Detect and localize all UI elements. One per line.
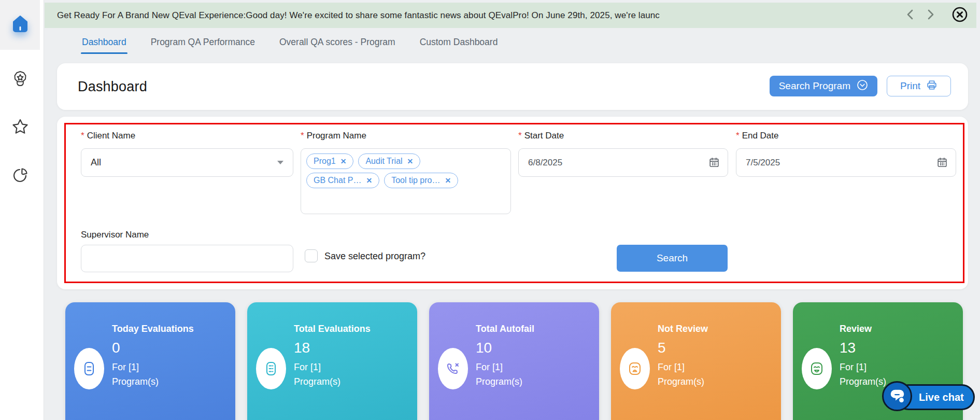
save-program-label: Save selected program? — [324, 250, 425, 263]
evaluation-note-icon — [256, 348, 286, 389]
chat-bubble-icon[interactable] — [882, 381, 912, 411]
print-button[interactable]: Print — [887, 76, 951, 96]
star-icon — [11, 118, 30, 138]
printer-icon — [926, 79, 938, 93]
evaluation-note-icon — [74, 348, 104, 389]
stat-card-total-autofail[interactable]: Total Autofail 10 For [1] Program(s) — [429, 302, 599, 420]
qeval-dashboard-app: Get Ready For A Brand New QEval Experien… — [0, 0, 980, 420]
required-asterisk: * — [518, 131, 522, 141]
stat-title: Review — [840, 323, 922, 335]
stat-line2: Program(s) — [112, 376, 229, 387]
client-name-select[interactable]: All — [81, 148, 293, 177]
required-asterisk: * — [81, 131, 84, 141]
stat-title: Today Evaluations — [112, 323, 195, 335]
supervisor-name-input[interactable] — [81, 245, 293, 272]
stat-title: Total Autofail — [476, 323, 559, 335]
stat-line1: For [1] — [112, 362, 229, 373]
program-tag[interactable]: Audit Trial ✕ — [358, 153, 420, 169]
stat-line1: For [1] — [840, 362, 957, 373]
tag-row: Prog1 ✕ Audit Trial ✕ — [306, 153, 505, 169]
stat-card-body: Total Evaluations 18 For [1] Program(s) — [294, 323, 411, 387]
end-date-input[interactable] — [736, 148, 956, 177]
sidebar — [0, 0, 44, 420]
stat-line2: Program(s) — [658, 376, 775, 387]
end-date-label: *End Date — [736, 131, 779, 141]
tab-program-qa-performance[interactable]: Program QA Performance — [151, 29, 255, 55]
sidebar-item-reports[interactable] — [0, 158, 40, 194]
supervisor-name-label: Supervisor Name — [81, 230, 149, 240]
start-date-input[interactable] — [518, 148, 728, 177]
phone-x-icon — [438, 348, 468, 389]
search-program-button[interactable]: Search Program — [770, 76, 877, 96]
banner-controls — [906, 5, 969, 25]
stat-line1: For [1] — [658, 362, 775, 373]
sidebar-item-quality[interactable] — [0, 62, 40, 99]
client-name-value: All — [91, 157, 101, 168]
tab-custom-dashboard[interactable]: Custom Dashboard — [420, 29, 498, 55]
close-icon — [950, 5, 969, 25]
program-tag-label: Audit Trial — [365, 157, 402, 166]
stat-value: 5 — [658, 340, 775, 356]
stat-card-body: Not Review 5 For [1] Program(s) — [658, 323, 775, 387]
tag-remove-icon[interactable]: ✕ — [445, 177, 451, 184]
banner-prev-button[interactable] — [906, 9, 914, 22]
page-header-card: Dashboard Search Program Print — [57, 63, 968, 110]
dashboard-tabs: Dashboard Program QA Performance Overall… — [45, 29, 980, 55]
program-tag-label: Tool tip pro… — [391, 176, 440, 185]
tag-remove-icon[interactable]: ✕ — [366, 177, 372, 184]
program-tag-label: Prog1 — [314, 157, 336, 166]
home-icon — [11, 15, 29, 35]
stats-row: Today Evaluations 0 For [1] Program(s) T… — [65, 302, 963, 420]
stat-value: 13 — [840, 340, 957, 356]
tag-remove-icon[interactable]: ✕ — [407, 158, 414, 165]
stat-card-not-review[interactable]: Not Review 5 For [1] Program(s) — [611, 302, 781, 420]
tag-remove-icon[interactable]: ✕ — [340, 158, 347, 165]
banner-next-button[interactable] — [927, 9, 935, 22]
program-name-multiselect[interactable]: Prog1 ✕ Audit Trial ✕ GB Chat P… ✕ Tool … — [301, 148, 511, 214]
sidebar-item-home[interactable] — [0, 7, 40, 43]
stat-line1: For [1] — [294, 362, 411, 373]
stat-line1: For [1] — [476, 362, 593, 373]
select-caret-icon — [277, 161, 283, 164]
program-tag-label: GB Chat P… — [314, 176, 361, 185]
stat-card-body: Today Evaluations 0 For [1] Program(s) — [112, 323, 229, 387]
live-chat-label: Live chat — [919, 391, 964, 403]
required-asterisk: * — [301, 131, 304, 141]
page-title: Dashboard — [78, 63, 147, 110]
stat-card-total-evaluations[interactable]: Total Evaluations 18 For [1] Program(s) — [247, 302, 417, 420]
program-tag[interactable]: GB Chat P… ✕ — [306, 173, 379, 188]
stat-title: Not Review — [658, 323, 741, 335]
program-tag[interactable]: Tool tip pro… ✕ — [384, 173, 458, 188]
announcement-text: Get Ready For A Brand New QEval Experien… — [57, 10, 899, 21]
start-date-label: *Start Date — [518, 131, 564, 141]
stat-value: 10 — [476, 340, 593, 356]
quality-badge-icon — [11, 70, 29, 91]
client-name-label: *Client Name — [81, 131, 135, 141]
stat-line2: Program(s) — [476, 376, 593, 387]
sad-face-icon — [620, 348, 650, 389]
search-button[interactable]: Search — [617, 245, 728, 272]
stat-card-body: Total Autofail 10 For [1] Program(s) — [476, 323, 593, 387]
banner-close-button[interactable] — [950, 5, 969, 25]
end-date-field — [736, 148, 956, 177]
stat-value: 18 — [294, 340, 411, 356]
stat-card-today-evaluations[interactable]: Today Evaluations 0 For [1] Program(s) — [65, 302, 235, 420]
sidebar-item-favorites[interactable] — [0, 110, 40, 146]
start-date-field — [518, 148, 728, 177]
program-tag[interactable]: Prog1 ✕ — [306, 153, 353, 169]
pie-chart-icon — [11, 166, 30, 187]
announcement-banner: Get Ready For A Brand New QEval Experien… — [45, 3, 976, 28]
tab-overall-qa-scores-program[interactable]: Overall QA scores - Program — [279, 29, 395, 55]
tab-dashboard[interactable]: Dashboard — [82, 29, 126, 55]
search-program-label: Search Program — [779, 80, 850, 92]
filter-panel: *Client Name All *Program Name Prog1 ✕ A… — [57, 117, 968, 289]
chevron-down-circle-icon — [857, 79, 868, 93]
happy-face-icon — [802, 348, 832, 389]
print-label: Print — [900, 80, 920, 92]
stat-line2: Program(s) — [294, 376, 411, 387]
stat-value: 0 — [112, 340, 229, 356]
stat-card-body: Review 13 For [1] Program(s) — [840, 323, 957, 387]
save-program-checkbox[interactable] — [305, 249, 318, 262]
tag-row: GB Chat P… ✕ Tool tip pro… ✕ — [306, 173, 505, 188]
required-asterisk: * — [736, 131, 740, 141]
